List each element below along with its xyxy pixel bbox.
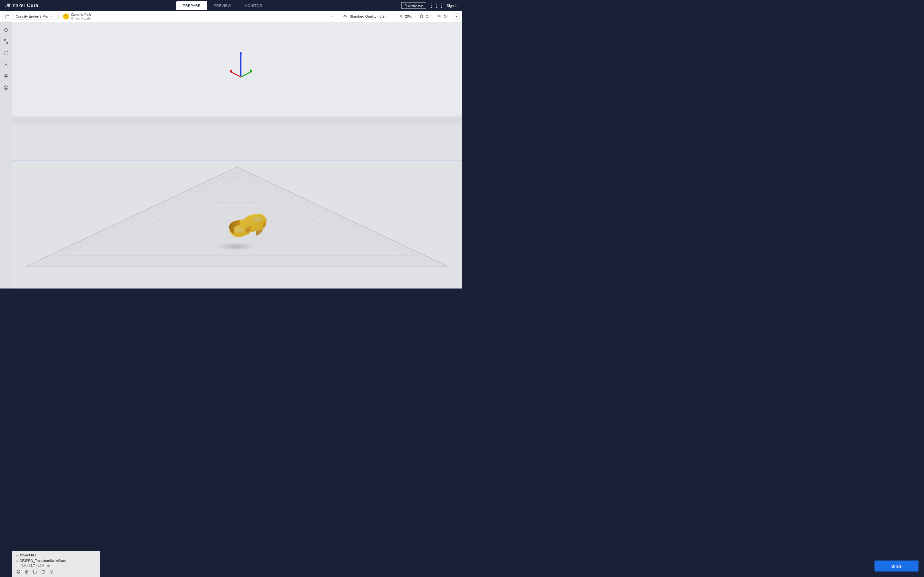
- printer-chevron-icon: ▼: [50, 15, 53, 18]
- infill-icon: [399, 13, 404, 19]
- scale-tool-button[interactable]: [2, 37, 11, 46]
- infill-selector[interactable]: 20%: [396, 13, 414, 19]
- rotate-tool-button[interactable]: [2, 48, 11, 58]
- toolbar-divider-5: [434, 13, 434, 20]
- adhesion-selector[interactable]: Off: [435, 13, 451, 19]
- header-right: Marketplace ⋮⋮⋮ Sign in: [401, 2, 457, 9]
- adhesion-icon: [437, 13, 442, 19]
- logo-product: Cura: [27, 3, 38, 8]
- app-logo: Ultimaker Cura: [5, 3, 38, 8]
- material-info: Generic PLA 0.4mm Nozzle: [71, 13, 91, 20]
- signin-button[interactable]: Sign in: [447, 3, 457, 8]
- printer-selector[interactable]: Creality Ender-3 Pro ▼: [13, 13, 57, 20]
- tab-preview[interactable]: PREVIEW: [207, 2, 237, 10]
- material-selector[interactable]: 1 Generic PLA 0.4mm Nozzle ▼: [60, 13, 337, 20]
- svg-marker-30: [240, 52, 242, 55]
- 3d-viewport[interactable]: [12, 22, 462, 288]
- svg-line-31: [230, 71, 241, 77]
- svg-rect-2: [6, 75, 8, 76]
- toolbar-divider-3: [395, 13, 395, 20]
- support-icon: [419, 13, 424, 19]
- toolbar-divider-6: [452, 13, 452, 20]
- material-nozzle: 0.4mm Nozzle: [71, 17, 91, 20]
- move-tool-button[interactable]: [2, 25, 11, 35]
- logo-brand: Ultimaker: [5, 3, 25, 8]
- tab-monitor[interactable]: MONITOR: [238, 2, 269, 10]
- tab-prepare-active[interactable]: PREPARE: [176, 2, 207, 10]
- material-chevron-icon: ▼: [331, 15, 334, 18]
- infill-value: 20%: [405, 14, 412, 18]
- left-toolbar: [0, 22, 12, 288]
- nav-tabs: PREPARE PREPARE PREPARE PREVIEW MONITOR: [44, 2, 401, 10]
- adhesion-value: Off: [444, 14, 449, 18]
- quality-label: Standard Quality - 0.2mm: [350, 14, 391, 18]
- settings-expand-button[interactable]: ▼: [453, 13, 460, 20]
- svg-rect-3: [5, 76, 7, 78]
- svg-point-38: [234, 227, 244, 232]
- svg-line-33: [241, 71, 252, 77]
- 3d-axes: [227, 50, 255, 82]
- quality-icon: [342, 13, 347, 19]
- support-selector[interactable]: Off: [417, 13, 433, 19]
- main-area: [0, 22, 462, 288]
- quality-selector[interactable]: Standard Quality - 0.2mm: [339, 13, 394, 19]
- mirror-tool-button[interactable]: [2, 60, 11, 69]
- toolbar-row: Creality Ender-3 Pro ▼ 1 Generic PLA 0.4…: [0, 11, 462, 22]
- svg-marker-32: [229, 69, 232, 72]
- material-name: Generic PLA: [71, 13, 91, 17]
- toolbar-divider-4: [415, 13, 416, 20]
- merge-tool-button[interactable]: [2, 71, 11, 81]
- 3d-object[interactable]: [221, 205, 276, 245]
- support-blocker-button[interactable]: [2, 83, 11, 92]
- printer-name: Creality Ender-3 Pro: [16, 14, 48, 18]
- material-badge: 1: [63, 13, 69, 19]
- marketplace-button[interactable]: Marketplace: [401, 2, 426, 9]
- toolbar-divider-2: [338, 13, 338, 20]
- svg-rect-1: [4, 75, 6, 76]
- svg-marker-34: [250, 69, 252, 72]
- header: Ultimaker Cura PREPARE PREPARE PREPARE P…: [0, 0, 462, 11]
- support-value: Off: [426, 14, 430, 18]
- apps-grid-icon[interactable]: ⋮⋮⋮: [429, 2, 444, 8]
- open-file-button[interactable]: [2, 11, 12, 21]
